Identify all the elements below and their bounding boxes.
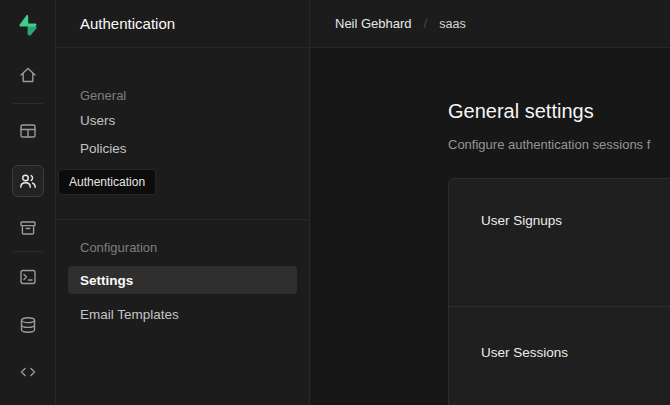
sidebar-item-email-templates[interactable]: Email Templates bbox=[56, 300, 309, 328]
icon-rail bbox=[0, 0, 56, 405]
code-icon[interactable] bbox=[12, 356, 44, 388]
database-icon[interactable] bbox=[12, 309, 44, 341]
sidebar-item-users[interactable]: Users bbox=[56, 106, 309, 134]
storage-icon[interactable] bbox=[12, 212, 44, 244]
card-row-label-user-sessions: User Sessions bbox=[481, 345, 670, 361]
topbar: Neil Gebhard / saas bbox=[310, 0, 670, 48]
card-section-user-sessions: User Sessions bbox=[449, 307, 670, 405]
breadcrumb-org[interactable]: Neil Gebhard bbox=[335, 16, 412, 31]
authentication-tooltip: Authentication bbox=[58, 169, 156, 195]
page-title: General settings bbox=[448, 100, 670, 123]
sidebar-item-settings[interactable]: Settings bbox=[68, 266, 297, 294]
sidebar-section-divider bbox=[56, 219, 309, 220]
card-row-label-user-signups: User Signups bbox=[481, 213, 670, 229]
home-icon[interactable] bbox=[12, 59, 44, 91]
sidebar-item-policies[interactable]: Policies bbox=[56, 134, 309, 162]
main-content: General settings Configure authenticatio… bbox=[310, 48, 670, 405]
breadcrumb-project[interactable]: saas bbox=[439, 17, 465, 31]
page-subtitle: Configure authentication sessions f bbox=[448, 137, 670, 152]
settings-card: User Signups User Sessions bbox=[448, 178, 670, 405]
supabase-logo-icon bbox=[16, 13, 40, 37]
sidebar-title: Authentication bbox=[56, 0, 309, 48]
supabase-logo[interactable] bbox=[16, 13, 40, 37]
section-label-configuration: Configuration bbox=[56, 240, 309, 256]
table-editor-icon[interactable] bbox=[12, 115, 44, 147]
authentication-sidebar: Authentication General Users Policies Co… bbox=[56, 0, 310, 405]
authentication-users-icon[interactable] bbox=[12, 165, 44, 197]
rail-divider bbox=[13, 103, 43, 104]
terminal-icon[interactable] bbox=[12, 261, 44, 293]
section-label-general: General bbox=[56, 88, 309, 104]
breadcrumb-separator: / bbox=[424, 16, 428, 31]
card-section-user-signups: User Signups bbox=[449, 179, 670, 306]
rail-divider bbox=[13, 251, 43, 252]
